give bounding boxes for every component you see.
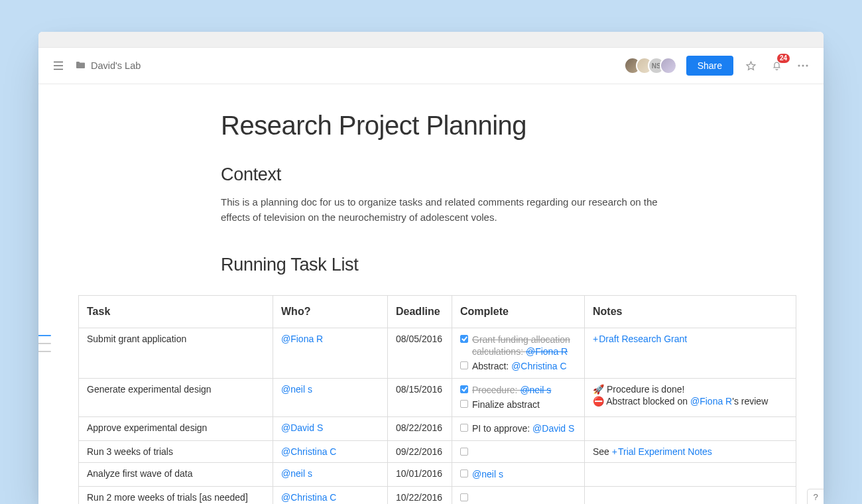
checklist-label: PI to approve: @David S — [472, 422, 574, 435]
cell-deadline[interactable]: 10/22/2016 — [388, 486, 452, 504]
cell-who[interactable]: @Fiona R — [273, 328, 388, 379]
table-row: Analyze first wave of data@neil s10/01/2… — [79, 462, 796, 486]
outline-indicators — [38, 335, 51, 352]
mention[interactable]: @David S — [532, 423, 574, 434]
app-window: David's Lab NS Share 24 Research Project… — [38, 32, 824, 504]
cell-complete[interactable] — [452, 486, 585, 504]
col-header-notes: Notes — [585, 295, 796, 328]
mention[interactable]: @Christina C — [511, 361, 566, 371]
checkbox-icon[interactable] — [460, 424, 468, 432]
mention[interactable]: @Fiona R — [281, 334, 323, 344]
cell-deadline[interactable]: 09/22/2016 — [388, 440, 452, 462]
col-header-deadline: Deadline — [388, 295, 452, 328]
checklist-item[interactable] — [460, 492, 576, 501]
doc-link[interactable]: +Draft Research Grant — [593, 334, 687, 344]
section-heading-tasks: Running Task List — [221, 255, 658, 275]
checkbox-icon[interactable] — [460, 361, 468, 369]
avatar-stack[interactable]: NS — [624, 57, 677, 74]
cell-complete[interactable]: Procedure: @neil sFinalize abstract — [452, 379, 585, 417]
checklist-label: @neil s — [472, 468, 503, 481]
mention[interactable]: @neil s — [281, 384, 312, 395]
notifications-button[interactable]: 24 — [769, 57, 785, 74]
share-button[interactable]: Share — [686, 56, 733, 76]
checklist-item[interactable]: Finalize abstract — [460, 399, 576, 411]
mention[interactable]: @neil s — [281, 468, 312, 479]
avatar[interactable] — [660, 57, 677, 74]
cell-notes[interactable]: See +Trial Experiment Notes — [585, 440, 796, 462]
cell-notes[interactable]: 🚀 Procedure is done!⛔ Abstract blocked o… — [585, 379, 796, 417]
cell-task[interactable]: Analyze first wave of data — [79, 462, 273, 486]
table-header-row: Task Who? Deadline Complete Notes — [79, 295, 796, 328]
col-header-who: Who? — [273, 295, 388, 328]
checkbox-icon[interactable] — [460, 400, 468, 408]
cell-who[interactable]: @neil s — [273, 379, 388, 417]
mention[interactable]: @Christina C — [281, 446, 336, 457]
checkbox-icon[interactable] — [460, 493, 468, 501]
cell-deadline[interactable]: 08/15/2016 — [388, 379, 452, 417]
cell-notes[interactable] — [585, 486, 796, 504]
checklist-item[interactable]: Abstract: @Christina C — [460, 360, 576, 373]
cell-who[interactable]: @Christina C — [273, 440, 388, 462]
cell-complete[interactable]: Grant funding allocation calculations: @… — [452, 328, 585, 379]
cell-notes[interactable]: +Draft Research Grant — [585, 328, 796, 379]
outline-marker[interactable] — [38, 335, 51, 336]
outline-marker[interactable] — [38, 351, 51, 352]
browser-chrome-bar — [38, 32, 824, 48]
cell-task[interactable]: Submit grant application — [79, 328, 273, 379]
checkbox-icon[interactable] — [460, 385, 468, 393]
section-heading-context: Context — [221, 164, 658, 185]
svg-point-0 — [798, 64, 800, 66]
checklist-item[interactable]: Grant funding allocation calculations: @… — [460, 334, 576, 359]
cell-task[interactable]: Generate experimental design — [79, 379, 273, 417]
cell-complete[interactable]: @neil s — [452, 462, 585, 486]
mention[interactable]: @Fiona R — [526, 346, 568, 357]
cell-task[interactable]: Run 3 weeks of trials — [79, 440, 273, 462]
task-table: Task Who? Deadline Complete Notes Submit… — [78, 295, 796, 505]
mention[interactable]: @neil s — [472, 469, 503, 479]
cell-complete[interactable]: PI to approve: @David S — [452, 416, 585, 440]
checklist-label: Grant funding allocation calculations: @… — [472, 334, 576, 359]
doc-link[interactable]: +Trial Experiment Notes — [612, 446, 712, 457]
cell-notes[interactable] — [585, 416, 796, 440]
mention[interactable]: @neil s — [520, 385, 551, 395]
svg-point-2 — [806, 64, 808, 66]
breadcrumb[interactable]: David's Lab — [76, 60, 141, 71]
cell-who[interactable]: @neil s — [273, 462, 388, 486]
checklist-label: Finalize abstract — [472, 399, 540, 411]
cell-notes[interactable] — [585, 462, 796, 486]
cell-task[interactable]: Run 2 more weeks of trials [as needed] — [79, 486, 273, 504]
mention[interactable]: @Fiona R — [690, 396, 732, 407]
table-row: Run 3 weeks of trials@Christina C09/22/2… — [79, 440, 796, 462]
cell-complete[interactable] — [452, 440, 585, 462]
col-header-complete: Complete — [452, 295, 585, 328]
cell-task[interactable]: Approve experimental design — [79, 416, 273, 440]
checklist-item[interactable] — [460, 446, 576, 456]
more-button[interactable] — [794, 62, 812, 70]
svg-point-1 — [802, 64, 804, 66]
menu-button[interactable] — [50, 58, 66, 73]
cell-deadline[interactable]: 08/05/2016 — [388, 328, 452, 379]
col-header-task: Task — [79, 295, 273, 328]
checklist-item[interactable]: @neil s — [460, 468, 576, 481]
breadcrumb-folder[interactable]: David's Lab — [91, 60, 141, 71]
checkbox-icon[interactable] — [460, 448, 468, 456]
cell-who[interactable]: @Christina C — [273, 486, 388, 504]
table-row: Approve experimental design@David S08/22… — [79, 416, 796, 440]
cell-deadline[interactable]: 08/22/2016 — [388, 416, 452, 440]
star-button[interactable] — [743, 58, 759, 74]
cell-deadline[interactable]: 10/01/2016 — [388, 462, 452, 486]
mention[interactable]: @David S — [281, 422, 323, 433]
document-body: Research Project Planning Context This i… — [38, 84, 824, 504]
help-button[interactable]: ? — [807, 489, 824, 504]
checkbox-icon[interactable] — [460, 470, 468, 477]
checklist-item[interactable]: PI to approve: @David S — [460, 422, 576, 435]
checklist-item[interactable]: Procedure: @neil s — [460, 384, 576, 397]
outline-marker[interactable] — [38, 343, 51, 344]
cell-who[interactable]: @David S — [273, 416, 388, 440]
checkbox-icon[interactable] — [460, 335, 468, 343]
note-line: 🚀 Procedure is done! — [593, 384, 788, 395]
mention[interactable]: @Christina C — [281, 492, 336, 503]
more-icon — [797, 64, 809, 67]
table-row: Run 2 more weeks of trials [as needed]@C… — [79, 486, 796, 504]
page-title: Research Project Planning — [221, 111, 658, 141]
